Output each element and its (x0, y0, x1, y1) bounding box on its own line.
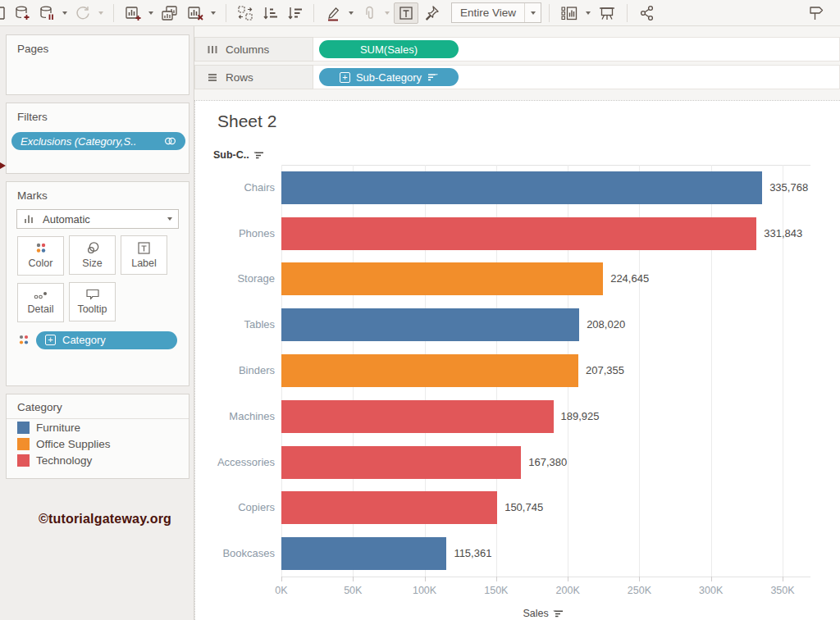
show-me-icon[interactable] (804, 2, 829, 24)
pages-label: Pages (7, 35, 189, 60)
presentation-mode-icon[interactable] (595, 2, 619, 24)
row-header-tables[interactable]: Tables (195, 318, 275, 331)
show-hide-cards-caret[interactable] (586, 11, 591, 15)
refresh-icon (71, 2, 94, 24)
bar-tables[interactable] (281, 308, 579, 341)
pause-updates-icon[interactable] (35, 2, 58, 24)
show-mark-labels-icon[interactable] (394, 2, 418, 24)
tooltip-button[interactable]: Tooltip (69, 282, 116, 321)
filters-card[interactable]: Filters Exclusions (Category,S.. (6, 103, 189, 174)
toolbar-separator (113, 4, 114, 22)
axis-tick (496, 577, 497, 581)
view-mode-value: Entire View (452, 7, 524, 19)
columns-shelf-area[interactable]: SUM(Sales) (313, 37, 840, 62)
axis-tick-label: 50K (344, 585, 362, 596)
detail-button[interactable]: Detail (17, 283, 64, 322)
axis-tick-label: 150K (484, 585, 508, 596)
new-data-source-icon[interactable] (11, 2, 34, 24)
size-icon (84, 241, 101, 255)
new-worksheet-caret[interactable] (148, 11, 153, 15)
column-field-header[interactable]: Sub-C.. (213, 149, 265, 161)
rows-pill-sub-category[interactable]: + Sub-Category (319, 68, 459, 86)
view-mode-dropdown[interactable]: Entire View (451, 2, 541, 23)
axis-tick (783, 577, 783, 581)
share-icon[interactable] (635, 2, 660, 24)
bar-value-label: 189,925 (561, 410, 600, 422)
expand-icon[interactable]: + (340, 72, 350, 83)
row-header-machines[interactable]: Machines (195, 410, 275, 422)
legend-item-office-supplies[interactable]: Office Supplies (7, 435, 189, 452)
view-mode-caret[interactable] (524, 3, 541, 22)
row-header-accessories[interactable]: Accessories (195, 456, 275, 468)
bar-chairs[interactable] (281, 171, 762, 204)
rows-pill-label: Sub-Category (356, 71, 422, 84)
bar-binders[interactable] (281, 354, 578, 387)
pause-updates-caret[interactable] (62, 11, 67, 15)
axis-tick (639, 577, 640, 581)
bar-storage[interactable] (281, 262, 603, 295)
sort-descending-icon[interactable] (283, 2, 306, 24)
color-button[interactable]: Color (17, 236, 64, 276)
columns-icon (207, 44, 218, 55)
bar-copiers[interactable] (281, 491, 497, 524)
chart-view: Sheet 2 Sub-C.. 0K50K100K150K200K250K300… (194, 100, 840, 620)
legend-item-label: Office Supplies (36, 438, 111, 450)
filter-pill-exclusions[interactable]: Exclusions (Category,S.. (11, 132, 185, 150)
sort-descending-badge-icon[interactable] (427, 73, 438, 82)
fix-axes-icon[interactable] (420, 2, 443, 24)
sort-ascending-icon[interactable] (258, 2, 281, 24)
duplicate-sheet-icon[interactable] (158, 2, 182, 24)
legend-item-technology[interactable]: Technology (7, 452, 189, 468)
sort-descending-icon[interactable] (553, 609, 564, 618)
row-header-phones[interactable]: Phones (195, 227, 275, 239)
legend-item-label: Technology (36, 454, 92, 467)
clear-sheet-caret[interactable] (211, 11, 216, 15)
new-worksheet-icon[interactable] (121, 2, 144, 24)
bar-bookcases[interactable] (281, 537, 446, 570)
label-button[interactable]: Label (121, 235, 167, 275)
bar-value-label: 167,380 (528, 456, 567, 468)
bar-chart-icon (23, 213, 36, 225)
rows-icon (207, 72, 218, 83)
show-hide-cards-icon[interactable] (557, 2, 582, 24)
pane-top-border (281, 165, 810, 166)
clear-sheet-icon[interactable] (184, 2, 207, 24)
axis-title-label: Sales (523, 608, 549, 619)
highlight-icon[interactable] (322, 2, 345, 24)
bar-machines[interactable] (281, 400, 554, 433)
row-header-copiers[interactable]: Copiers (195, 501, 275, 513)
expand-icon[interactable]: + (45, 335, 56, 345)
row-header-bookcases[interactable]: Bookcases (195, 547, 275, 559)
size-button[interactable]: Size (69, 235, 116, 275)
shelf-sidebar: Pages Filters Exclusions (Category,S.. M… (0, 26, 194, 620)
marks-pill-category[interactable]: + Category (36, 331, 177, 349)
color-icon (34, 242, 48, 255)
highlight-caret[interactable] (349, 11, 354, 15)
row-header-chairs[interactable]: Chairs (195, 181, 275, 194)
bar-phones[interactable] (281, 217, 756, 250)
category-legend: Category FurnitureOffice SuppliesTechnol… (6, 394, 189, 479)
pages-card[interactable]: Pages (6, 34, 189, 95)
bar-accessories[interactable] (281, 446, 521, 479)
axis-title-sales[interactable]: Sales (523, 608, 564, 619)
mark-type-caret[interactable] (167, 217, 172, 221)
marks-card: Marks Automatic Color Size Label (6, 181, 189, 386)
legend-title: Category (7, 394, 189, 419)
columns-pill-sum-sales[interactable]: SUM(Sales) (319, 40, 459, 58)
mark-type-dropdown[interactable]: Automatic (16, 209, 179, 229)
marks-label: Marks (7, 182, 189, 207)
row-header-binders[interactable]: Binders (195, 364, 275, 376)
swap-rows-columns-icon[interactable] (234, 2, 257, 24)
rows-shelf-area[interactable]: + Sub-Category (313, 65, 840, 89)
sort-descending-icon[interactable] (253, 151, 265, 160)
axis-tick (425, 577, 426, 581)
legend-item-furniture[interactable]: Furniture (7, 419, 189, 435)
axis-tick (353, 577, 354, 581)
columns-shelf-label: Columns (194, 37, 313, 62)
bar-value-label: 150,745 (504, 501, 543, 513)
legend-swatch (17, 454, 30, 467)
axis-tick (281, 577, 282, 581)
rows-label-text: Rows (226, 71, 253, 84)
axis-tick (711, 577, 712, 581)
row-header-storage[interactable]: Storage (195, 272, 275, 285)
